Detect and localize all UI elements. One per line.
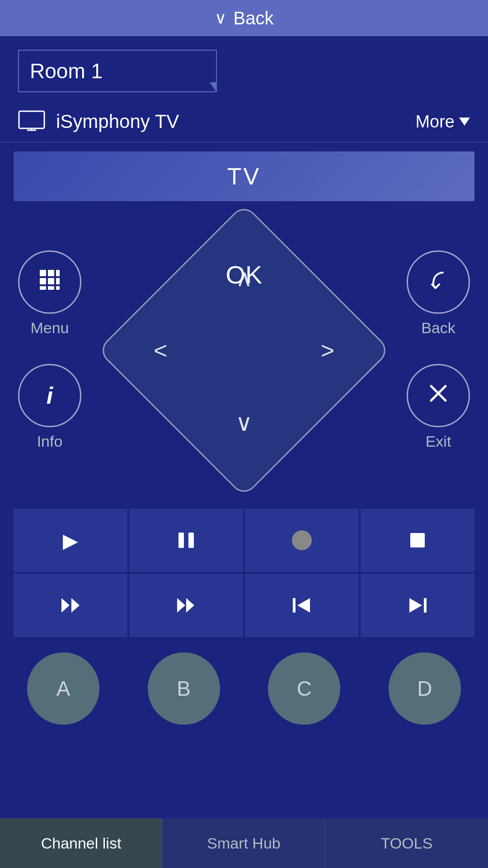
svg-rect-7: [48, 278, 54, 284]
back-bar[interactable]: ∨ Back: [0, 0, 488, 36]
svg-rect-15: [188, 533, 194, 548]
menu-label: Menu: [30, 319, 69, 337]
svg-rect-0: [19, 111, 44, 128]
svg-marker-18: [71, 598, 80, 613]
tools-button[interactable]: TOOLS: [325, 818, 488, 868]
room-dropdown[interactable]: Room 1: [18, 50, 217, 92]
dpad-down-button[interactable]: ∨: [235, 409, 253, 436]
button-d[interactable]: D: [389, 652, 461, 725]
svg-rect-11: [56, 286, 60, 290]
playback-row2: [14, 574, 474, 637]
exit-label: Exit: [426, 433, 451, 450]
back-button-label: Back: [421, 319, 455, 337]
play-button[interactable]: ▶: [14, 509, 127, 572]
playback-row1: ▶: [14, 509, 474, 572]
tv-tab-label: TV: [227, 163, 261, 190]
bottom-row: Channel list Smart Hub TOOLS: [0, 818, 488, 868]
playback-section: ▶: [0, 509, 488, 637]
svg-marker-19: [177, 598, 185, 613]
svg-marker-20: [186, 598, 194, 613]
rewind-button[interactable]: [14, 574, 127, 637]
more-label: More: [415, 112, 455, 132]
menu-icon: [38, 268, 61, 296]
svg-marker-22: [297, 598, 310, 613]
skip-forward-button[interactable]: [361, 574, 474, 637]
svg-rect-14: [178, 533, 184, 548]
back-button[interactable]: [407, 250, 470, 314]
svg-rect-5: [56, 270, 60, 276]
tv-icon: [18, 110, 45, 133]
svg-rect-23: [424, 598, 427, 613]
back-label: Back: [234, 8, 274, 28]
svg-rect-8: [56, 278, 60, 284]
svg-rect-10: [48, 286, 54, 290]
tv-tab-bar[interactable]: TV: [14, 151, 474, 201]
menu-button[interactable]: [18, 250, 81, 314]
controls-row: Menu i Info ∧ ∨ < > OK: [18, 224, 470, 477]
device-left: iSymphony TV: [18, 110, 179, 133]
info-label: Info: [37, 433, 63, 450]
room-selector: Room 1: [18, 50, 470, 92]
svg-rect-16: [410, 533, 425, 547]
device-row: iSymphony TV More: [0, 101, 488, 142]
skip-back-button[interactable]: [245, 574, 359, 637]
svg-rect-21: [293, 598, 296, 613]
svg-rect-4: [48, 270, 54, 276]
left-buttons: Menu i Info: [18, 250, 81, 450]
svg-marker-17: [61, 598, 70, 613]
right-buttons: Back Exit: [407, 250, 470, 450]
button-b[interactable]: B: [148, 652, 220, 725]
more-button[interactable]: More: [415, 112, 470, 132]
info-icon: i: [47, 382, 53, 409]
stop-button[interactable]: [361, 509, 474, 572]
pause-button[interactable]: [129, 509, 243, 572]
button-a[interactable]: A: [27, 652, 99, 725]
room-name: Room 1: [30, 59, 103, 83]
dpad-container: ∧ ∨ < > OK: [131, 237, 357, 463]
fast-forward-button[interactable]: [129, 574, 243, 637]
exit-icon: [427, 382, 450, 410]
dropdown-arrow-icon: [210, 82, 216, 91]
more-arrow-icon: [459, 118, 470, 126]
channel-list-button[interactable]: Channel list: [0, 818, 163, 868]
back-icon: [427, 268, 450, 296]
svg-rect-9: [40, 286, 46, 290]
info-button[interactable]: i: [18, 364, 81, 427]
back-chevron: ∨: [215, 9, 226, 28]
dpad-inner: ∧ ∨ < > OK: [140, 246, 348, 454]
svg-marker-24: [409, 598, 422, 613]
svg-rect-6: [40, 278, 46, 284]
color-buttons-section: A B C D: [0, 639, 488, 738]
dpad-right-button[interactable]: >: [321, 337, 334, 364]
svg-rect-3: [40, 270, 46, 276]
ok-button[interactable]: OK: [226, 260, 263, 289]
dpad-left-button[interactable]: <: [154, 337, 167, 364]
remote-area: Menu i Info ∧ ∨ < > OK: [0, 210, 488, 486]
device-name: iSymphony TV: [56, 111, 179, 132]
smart-hub-button[interactable]: Smart Hub: [163, 818, 325, 868]
button-c[interactable]: C: [268, 652, 340, 725]
exit-button[interactable]: [407, 364, 470, 427]
record-button[interactable]: [245, 509, 359, 572]
